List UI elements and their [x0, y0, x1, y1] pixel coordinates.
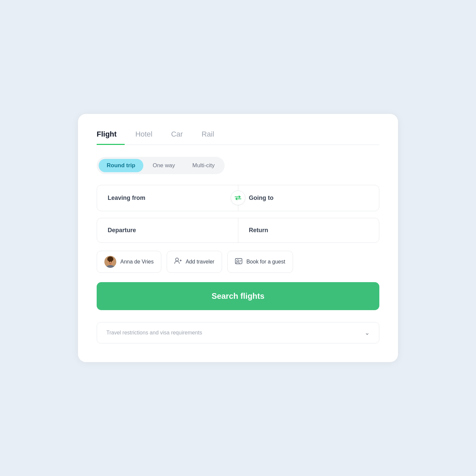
- search-flights-button[interactable]: Search flights: [97, 282, 379, 310]
- going-to-label: Going to: [249, 195, 274, 201]
- tab-bar: Flight Hotel Car Rail: [97, 130, 379, 145]
- current-user-name: Anna de Vries: [120, 259, 154, 265]
- add-traveler-icon: [174, 257, 182, 266]
- swap-button[interactable]: [231, 191, 245, 205]
- booking-card: Flight Hotel Car Rail Round trip One way…: [78, 114, 398, 362]
- date-row: Departure Return: [97, 218, 379, 243]
- trip-type-selector: Round trip One way Multi-city: [97, 157, 379, 174]
- tab-flight[interactable]: Flight: [97, 130, 125, 145]
- page-container: Flight Hotel Car Rail Round trip One way…: [55, 114, 421, 362]
- guest-card-icon: [235, 257, 242, 265]
- book-guest-icon: [235, 257, 242, 266]
- avatar: [104, 256, 116, 268]
- add-traveler-button[interactable]: Add traveler: [167, 251, 222, 273]
- svg-point-12: [237, 260, 239, 262]
- return-label: Return: [249, 227, 268, 234]
- current-user-button[interactable]: Anna de Vries: [97, 251, 161, 273]
- trip-option-multi-city[interactable]: Multi-city: [184, 159, 223, 172]
- return-field[interactable]: Return: [238, 218, 379, 242]
- chevron-down-icon: ⌄: [365, 329, 370, 336]
- trip-type-pill: Round trip One way Multi-city: [97, 157, 225, 174]
- restrictions-label: Travel restrictions and visa requirement…: [106, 330, 202, 336]
- add-traveler-label: Add traveler: [186, 259, 214, 265]
- swap-icon: [234, 196, 242, 200]
- book-guest-label: Book for a guest: [246, 259, 285, 265]
- traveler-row: Anna de Vries Add traveler: [97, 251, 379, 273]
- tab-hotel[interactable]: Hotel: [135, 130, 160, 145]
- avatar-image: [104, 256, 116, 268]
- restrictions-row[interactable]: Travel restrictions and visa requirement…: [97, 322, 379, 343]
- book-guest-button[interactable]: Book for a guest: [227, 251, 293, 273]
- leaving-from-field[interactable]: Leaving from: [97, 185, 238, 211]
- departure-label: Departure: [108, 227, 136, 234]
- leaving-from-label: Leaving from: [108, 195, 145, 201]
- tab-rail[interactable]: Rail: [202, 130, 222, 145]
- svg-point-7: [107, 256, 113, 261]
- departure-field[interactable]: Departure: [97, 218, 238, 242]
- trip-option-one-way[interactable]: One way: [145, 159, 183, 172]
- svg-point-8: [175, 258, 178, 261]
- person-add-icon: [174, 257, 182, 264]
- tab-car[interactable]: Car: [171, 130, 191, 145]
- location-row: Leaving from Going to: [97, 185, 379, 211]
- going-to-field[interactable]: Going to: [238, 185, 379, 211]
- trip-option-round-trip[interactable]: Round trip: [99, 159, 143, 172]
